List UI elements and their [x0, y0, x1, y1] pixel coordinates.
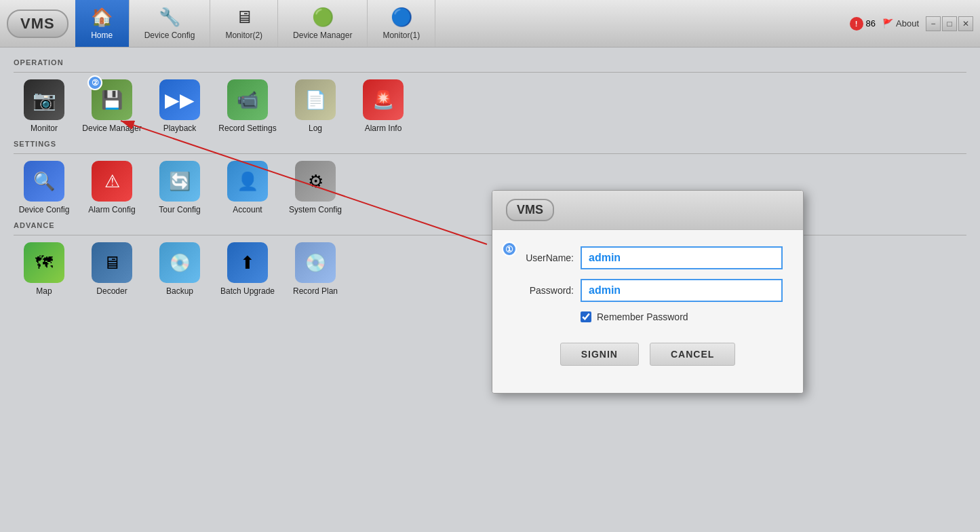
username-label: UserName:: [513, 252, 581, 263]
device-manager-badge: ②: [87, 75, 102, 90]
backup-label: Backup: [166, 286, 193, 296]
device-config-icon2: 🔍: [24, 161, 64, 202]
window-controls: − □ ✕: [926, 16, 973, 31]
app-logo: VMS: [7, 10, 68, 38]
playback-label: Playback: [163, 124, 197, 133]
account-icon: 👤: [227, 161, 268, 202]
map-item[interactable]: 🗺 Map: [14, 242, 75, 296]
log-item[interactable]: 📄 Log: [285, 79, 346, 133]
device-manager-label: Device Manager: [82, 124, 141, 133]
minimize-button[interactable]: −: [926, 16, 941, 31]
dialog-footer: SIGNIN CANCEL: [513, 336, 783, 379]
signin-button[interactable]: SIGNIN: [560, 343, 639, 366]
tab-monitor1[interactable]: 🔵 Monitor(1): [368, 0, 435, 47]
tab-device-config[interactable]: 🔧 Device Config: [130, 0, 211, 47]
map-label: Map: [36, 286, 52, 296]
monitor1-icon: 🔵: [391, 7, 412, 28]
account-item[interactable]: 👤 Account: [217, 161, 278, 214]
maximize-button[interactable]: □: [942, 16, 957, 31]
dialog-logo: VMS: [506, 199, 554, 221]
login-dialog: VMS UserName: Password: Remember Passwor…: [492, 190, 804, 394]
tab-bar: 🏠 Home 🔧 Device Config 🖥 Monitor(2) 🟢 De…: [75, 0, 850, 47]
record-settings-icon: 📹: [227, 79, 268, 120]
device-config-item[interactable]: 🔍 Device Config: [14, 161, 75, 214]
cancel-button[interactable]: CANCEL: [650, 343, 735, 366]
close-button[interactable]: ✕: [958, 16, 973, 31]
backup-item[interactable]: 💿 Backup: [149, 242, 210, 296]
device-config-icon: 🔧: [159, 7, 180, 28]
system-config-label: System Config: [289, 205, 342, 214]
password-input[interactable]: [581, 279, 783, 302]
username-input[interactable]: [581, 246, 783, 269]
remember-password-checkbox[interactable]: [581, 311, 591, 322]
tab-monitor1-label: Monitor(1): [383, 31, 420, 40]
monitor-item[interactable]: 📷 Monitor: [14, 79, 75, 133]
titlebar: VMS 🏠 Home 🔧 Device Config 🖥 Monitor(2) …: [0, 0, 980, 48]
batch-upgrade-label: Batch Upgrade: [220, 286, 275, 296]
backup-icon: 💿: [159, 242, 200, 283]
account-label: Account: [233, 205, 262, 214]
advance-icon-grid: 🗺 Map 🖥 Decoder 💿 Backup ⬆ Batch Upgrade…: [14, 242, 966, 296]
record-settings-label: Record Settings: [218, 124, 276, 133]
record-settings-item[interactable]: 📹 Record Settings: [217, 79, 278, 133]
devmgr-icon: 🟢: [312, 7, 334, 28]
batch-upgrade-item[interactable]: ⬆ Batch Upgrade: [217, 242, 278, 296]
alarm-info-item[interactable]: 🚨 Alarm Info: [353, 79, 414, 133]
tour-config-item[interactable]: 🔄 Tour Config: [149, 161, 210, 214]
notif-count: 86: [866, 18, 876, 28]
tab-monitor2-label: Monitor(2): [225, 31, 262, 40]
system-config-icon: ⚙: [295, 161, 336, 202]
system-config-item[interactable]: ⚙ System Config: [285, 161, 346, 214]
log-icon: 📄: [295, 79, 336, 120]
device-manager-item[interactable]: 💾 ② Device Manager: [81, 79, 142, 133]
decoder-label: Decoder: [96, 286, 127, 296]
annotation-1: ①: [502, 242, 517, 256]
dialog-body: UserName: Password: Remember Password SI…: [492, 230, 803, 393]
device-config-label: Device Config: [19, 205, 70, 214]
tab-home[interactable]: 🏠 Home: [75, 0, 130, 47]
decoder-icon: 🖥: [92, 242, 132, 283]
decoder-item[interactable]: 🖥 Decoder: [81, 242, 142, 296]
monitor-label: Monitor: [31, 124, 58, 133]
username-row: UserName:: [513, 246, 783, 269]
playback-item[interactable]: ▶▶ Playback: [149, 79, 210, 133]
tab-device-manager[interactable]: 🟢 Device Manager: [278, 0, 368, 47]
log-label: Log: [309, 124, 322, 133]
home-icon: 🏠: [91, 7, 113, 28]
monitor-icon: 📷: [24, 79, 64, 120]
alarm-config-item[interactable]: ⚠ Alarm Config: [81, 161, 142, 214]
tab-device-manager-label: Device Manager: [293, 31, 352, 40]
monitor2-icon: 🖥: [235, 7, 253, 28]
about-label: About: [896, 18, 919, 28]
remember-password-row: Remember Password: [581, 311, 783, 322]
device-manager-icon: 💾 ②: [92, 79, 132, 120]
remember-password-label: Remember Password: [597, 311, 688, 322]
record-plan-label: Record Plan: [293, 286, 338, 296]
about-button[interactable]: 🚩 About: [882, 18, 919, 28]
alarm-config-label: Alarm Config: [88, 205, 135, 214]
alarm-info-label: Alarm Info: [365, 124, 402, 133]
tour-config-icon: 🔄: [159, 161, 200, 202]
flag-icon: 🚩: [882, 18, 893, 28]
main-content: OPERATION 📷 Monitor 💾 ② Device Manager ▶…: [0, 48, 980, 532]
alarm-info-icon: 🚨: [363, 79, 404, 120]
map-icon: 🗺: [24, 242, 64, 283]
batch-upgrade-icon: ⬆: [227, 242, 268, 283]
tour-config-label: Tour Config: [159, 205, 200, 214]
section-advance-label: ADVANCE: [14, 221, 966, 229]
password-row: Password:: [513, 279, 783, 302]
record-plan-icon: 💿: [295, 242, 336, 283]
settings-icon-grid: 🔍 Device Config ⚠ Alarm Config 🔄 Tour Co…: [14, 161, 966, 214]
tab-monitor2[interactable]: 🖥 Monitor(2): [210, 0, 278, 47]
notification-badge[interactable]: ! 86: [850, 17, 876, 31]
titlebar-right: ! 86 🚩 About − □ ✕: [850, 16, 980, 31]
record-plan-item[interactable]: 💿 Record Plan: [285, 242, 346, 296]
tab-device-config-label: Device Config: [144, 31, 195, 40]
dialog-header: VMS: [492, 191, 803, 230]
tab-home-label: Home: [91, 31, 113, 40]
section-operation-label: OPERATION: [14, 58, 966, 66]
settings-divider: [14, 153, 966, 154]
section-settings-label: SETTINGS: [14, 140, 966, 148]
advance-divider: [14, 235, 966, 235]
operation-icon-grid: 📷 Monitor 💾 ② Device Manager ▶▶ Playback…: [14, 79, 966, 133]
